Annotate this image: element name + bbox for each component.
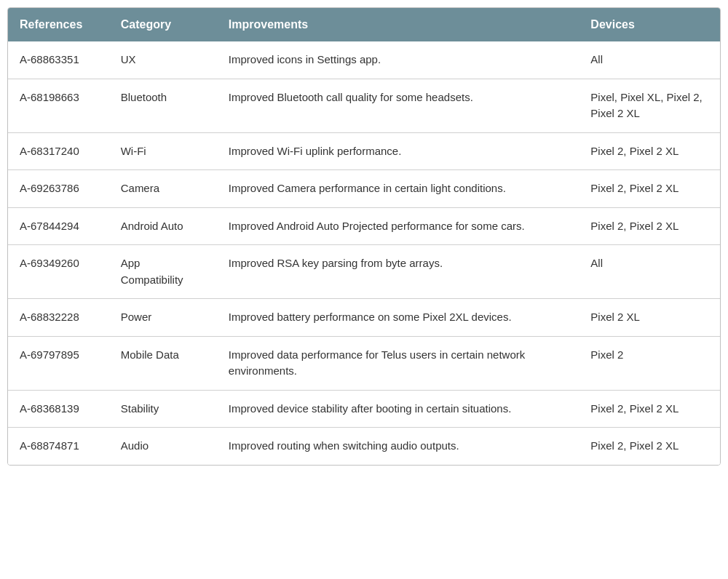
cell-category: Wi-Fi	[109, 132, 217, 170]
cell-devices: Pixel 2	[579, 336, 720, 390]
cell-reference: A-69263786	[8, 170, 109, 208]
cell-reference: A-68832228	[8, 299, 109, 337]
cell-reference: A-68317240	[8, 132, 109, 170]
cell-reference: A-68863351	[8, 41, 109, 79]
cell-devices: Pixel 2, Pixel 2 XL	[579, 428, 720, 465]
table-row: A-68832228PowerImproved battery performa…	[8, 299, 720, 337]
table-row: A-68874871AudioImproved routing when swi…	[8, 428, 720, 465]
cell-reference: A-67844294	[8, 207, 109, 245]
header-category: Category	[109, 8, 217, 41]
cell-improvement: Improved Bluetooth call quality for some…	[217, 79, 579, 132]
cell-devices: Pixel 2, Pixel 2 XL	[579, 132, 720, 170]
cell-improvement: Improved data performance for Telus user…	[217, 336, 579, 390]
cell-reference: A-68874871	[8, 428, 109, 465]
cell-reference: A-68198663	[8, 79, 109, 132]
cell-category: UX	[109, 41, 217, 79]
cell-devices: All	[579, 245, 720, 299]
table-row: A-68317240Wi-FiImproved Wi-Fi uplink per…	[8, 132, 720, 170]
cell-devices: Pixel 2, Pixel 2 XL	[579, 390, 720, 428]
cell-improvement: Improved Wi-Fi uplink performance.	[217, 132, 579, 170]
cell-improvement: Improved Camera performance in certain l…	[217, 170, 579, 208]
table-row: A-68863351UXImproved icons in Settings a…	[8, 41, 720, 79]
cell-category: Power	[109, 299, 217, 337]
header-devices: Devices	[579, 8, 720, 41]
main-table-container: References Category Improvements Devices…	[7, 7, 721, 466]
cell-improvement: Improved device stability after booting …	[217, 390, 579, 428]
cell-category: App Compatibility	[109, 245, 217, 299]
cell-devices: Pixel 2 XL	[579, 299, 720, 337]
cell-devices: All	[579, 41, 720, 79]
cell-devices: Pixel 2, Pixel 2 XL	[579, 207, 720, 245]
cell-category: Bluetooth	[109, 79, 217, 132]
updates-table: References Category Improvements Devices…	[8, 8, 720, 465]
cell-improvement: Improved icons in Settings app.	[217, 41, 579, 79]
cell-reference: A-68368139	[8, 390, 109, 428]
table-row: A-69349260App CompatibilityImproved RSA …	[8, 245, 720, 299]
table-row: A-68198663BluetoothImproved Bluetooth ca…	[8, 79, 720, 132]
table-row: A-67844294Android AutoImproved Android A…	[8, 207, 720, 245]
cell-category: Android Auto	[109, 207, 217, 245]
cell-reference: A-69349260	[8, 245, 109, 299]
cell-improvement: Improved routing when switching audio ou…	[217, 428, 579, 465]
cell-devices: Pixel, Pixel XL, Pixel 2, Pixel 2 XL	[579, 79, 720, 132]
header-references: References	[8, 8, 109, 41]
cell-improvement: Improved Android Auto Projected performa…	[217, 207, 579, 245]
cell-category: Stability	[109, 390, 217, 428]
table-row: A-68368139StabilityImproved device stabi…	[8, 390, 720, 428]
table-body: A-68863351UXImproved icons in Settings a…	[8, 41, 720, 465]
cell-category: Audio	[109, 428, 217, 465]
table-row: A-69797895Mobile DataImproved data perfo…	[8, 336, 720, 390]
table-row: A-69263786CameraImproved Camera performa…	[8, 170, 720, 208]
cell-category: Mobile Data	[109, 336, 217, 390]
cell-category: Camera	[109, 170, 217, 208]
cell-improvement: Improved RSA key parsing from byte array…	[217, 245, 579, 299]
cell-improvement: Improved battery performance on some Pix…	[217, 299, 579, 337]
cell-devices: Pixel 2, Pixel 2 XL	[579, 170, 720, 208]
header-improvements: Improvements	[217, 8, 579, 41]
cell-reference: A-69797895	[8, 336, 109, 390]
table-header-row: References Category Improvements Devices	[8, 8, 720, 41]
